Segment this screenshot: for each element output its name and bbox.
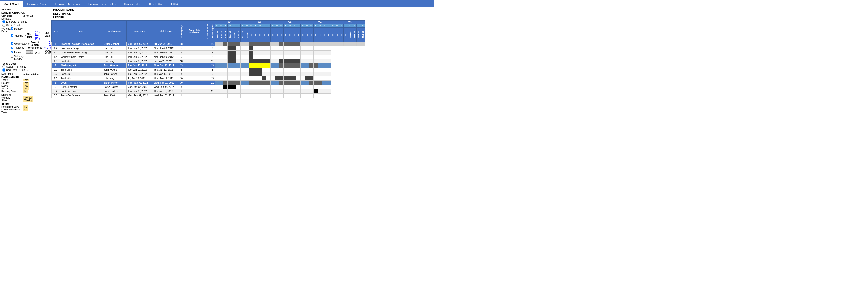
cell-wd: 18: [179, 42, 184, 46]
bar-cell: [245, 68, 249, 72]
bar-cell: [283, 89, 288, 93]
cell-finish: Mon, Jan 09, 2012: [153, 46, 179, 51]
cell-assignment: Peter Kent: [103, 93, 127, 98]
date-11: ##: [258, 28, 262, 42]
col-task: Task: [60, 21, 103, 42]
cell-rem: 13: [210, 76, 215, 81]
bar-cell: [228, 63, 232, 68]
max-paralel-label: Maximum Paralel: [1, 108, 21, 111]
bar-cell: [327, 68, 331, 72]
bar-cell: [266, 72, 271, 76]
bar-cell: [292, 51, 297, 55]
bar-cell: [228, 81, 232, 85]
table-row: 2 Marketing Kit John Wayne Tue, Jan 10, …: [52, 63, 365, 68]
cell-start: Fri, Jan 13, 2012: [127, 76, 153, 81]
cell-start: Wed, Feb 01, 2012: [127, 93, 153, 98]
bar-cell: [279, 72, 283, 76]
bar-cell: [266, 68, 271, 72]
cell-rem: [210, 93, 215, 98]
bar-cell: [245, 72, 249, 76]
bar-cell: [322, 76, 327, 81]
cell-wd: 3: [179, 68, 184, 72]
dh-31: T: [344, 24, 348, 28]
bar-cell: [301, 68, 305, 72]
bar-cell: [219, 81, 223, 85]
bar-cell: [219, 85, 223, 89]
col-rem: Remaining WD: [210, 21, 215, 42]
user-def-label: User Defin: [6, 69, 18, 71]
cell-finish: Wed, Feb 01, 2012: [153, 81, 179, 85]
sunday-check[interactable]: [11, 58, 13, 60]
bar-cell: [262, 42, 266, 46]
dh-8: S: [245, 24, 249, 28]
tuesday-check[interactable]: [11, 34, 13, 37]
date-7: 8-Jan-12: [241, 28, 245, 42]
tab-eula[interactable]: EULA: [167, 1, 182, 7]
tab-gantt-chart[interactable]: Gantt Chart: [0, 1, 23, 7]
cell-start: Tue, Jan 10, 2012: [127, 63, 153, 68]
bar-cell: [279, 76, 283, 81]
cell-finish-real: [184, 89, 205, 93]
project-name-input[interactable]: [75, 8, 142, 11]
date-2: 3-Jan-12: [219, 28, 223, 42]
tuesday-label: Tuesday: [14, 34, 23, 37]
project-desc-input[interactable]: [72, 12, 139, 15]
end-date-radio[interactable]: [2, 20, 5, 23]
table-row: 2.3 Production Lois Lang Fri, Jan 13, 20…: [52, 76, 365, 81]
bar-cell: [223, 63, 228, 68]
wednesday-check[interactable]: [11, 42, 13, 45]
cell-rem: 13: [210, 63, 215, 68]
friday-check[interactable]: [11, 51, 13, 53]
bar-cell: [301, 51, 305, 55]
bar-cell: [283, 63, 288, 68]
bar-cell: [327, 89, 331, 93]
bar-cell: [219, 59, 223, 63]
cell-rem: 21: [210, 81, 215, 85]
tab-holiday-dates[interactable]: Holiday Dates: [120, 1, 145, 7]
cell-start: Thu, Jan 05, 2012: [127, 51, 153, 55]
monday-check[interactable]: [11, 27, 13, 30]
tab-employee-name[interactable]: Employee Name: [23, 1, 51, 7]
bar-cell: [258, 42, 262, 46]
tab-how-to-use[interactable]: How to Use: [145, 1, 167, 7]
bar-cell: [258, 51, 262, 55]
saturday-check[interactable]: [11, 55, 13, 58]
bar-cell: [318, 76, 322, 81]
bar-cell: [314, 59, 318, 63]
bar-cell: [322, 55, 327, 59]
week-period-radio[interactable]: [2, 24, 5, 27]
bar-cell: [228, 72, 232, 76]
dh-26: T: [322, 24, 327, 28]
nav-left-arrow[interactable]: ◄: [26, 51, 29, 53]
bar-cell: [327, 72, 331, 76]
bar-cell: [219, 42, 223, 46]
bar-cell: [223, 68, 228, 72]
bar-cell: [318, 55, 322, 59]
bar-cell: [283, 59, 288, 63]
bar-cell: [223, 51, 228, 55]
dh-5: T: [232, 24, 236, 28]
bar-cell: [215, 89, 219, 93]
bar-cell: [318, 42, 322, 46]
date-marker-title: DATE MARKER: [1, 76, 50, 79]
tab-employee-leave[interactable]: Employee Leave Dates: [84, 1, 120, 7]
nav-right-arrow[interactable]: ►: [29, 51, 33, 53]
user-def-radio[interactable]: [2, 68, 5, 71]
bar-cell: [314, 76, 318, 81]
bar-cell: [275, 51, 279, 55]
thursday-check[interactable]: [11, 47, 13, 49]
project-desc-label: DESCRIPTION: [53, 12, 71, 15]
project-leader-input[interactable]: [65, 16, 132, 19]
bar-cell: [279, 85, 283, 89]
dh-24: T: [314, 24, 318, 28]
actual-radio[interactable]: [2, 65, 5, 68]
bar-cell: [253, 76, 258, 81]
sunday-label: Sunday: [14, 58, 22, 60]
bar-cell: [241, 59, 245, 63]
cell-task: Define Location: [60, 85, 103, 89]
bar-cell: [258, 72, 262, 76]
cell-finish-real: [184, 85, 205, 89]
tab-employee-availability[interactable]: Employee Availability: [51, 1, 84, 7]
bar-cell: [292, 55, 297, 59]
bar-cell: [258, 68, 262, 72]
